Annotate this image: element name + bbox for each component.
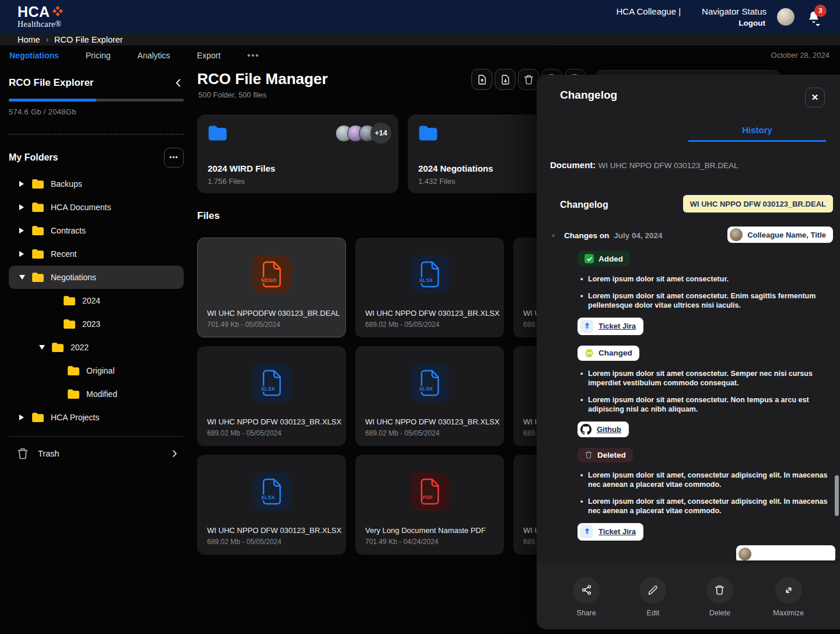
colleague-name: Colleague Name, Title: [747, 231, 826, 239]
sidebar-item-2023[interactable]: 2023: [9, 312, 184, 336]
export-file-button[interactable]: [471, 69, 492, 90]
maximize-button[interactable]: Maximize: [769, 576, 807, 618]
notifications-button[interactable]: 3: [807, 11, 820, 23]
tab-overflow-icon[interactable]: •••: [247, 51, 260, 60]
logout-link[interactable]: Logout: [738, 19, 765, 27]
sidebar-item-recent[interactable]: Recent: [9, 242, 184, 266]
caret-right-icon[interactable]: [19, 414, 25, 420]
folder-card-name: 2024 WIRD Files: [208, 163, 275, 173]
chevron-right-icon[interactable]: [170, 449, 179, 458]
changes-row: Changes on July 04, 2024: [552, 231, 663, 240]
next-colleague-chip-partial: [736, 545, 835, 560]
files-heading: Files: [197, 210, 220, 222]
caret-down-icon[interactable]: [19, 275, 25, 280]
caret-right-icon[interactable]: [19, 228, 25, 234]
sidebar-item-modified[interactable]: Modified: [9, 382, 184, 406]
added-badge: Added: [578, 251, 630, 266]
xlsx-file-icon: [261, 478, 283, 505]
added-bullet-list: Lorem ipsum dolor sit amet consectetur. …: [578, 274, 831, 311]
collapse-sidebar-icon[interactable]: [173, 78, 184, 88]
folder-card-name: 2024 Negotiations: [418, 163, 493, 173]
sidebar-item-2024[interactable]: 2024: [9, 289, 184, 312]
sidebar-item-trash[interactable]: Trash: [9, 440, 184, 467]
file-type-label: XLSX: [419, 277, 434, 283]
changes-date: July 04, 2024: [614, 231, 662, 240]
edit-label: Edit: [647, 609, 660, 617]
delete-file-button[interactable]: [518, 69, 539, 90]
file-type-tile: XLSX: [253, 364, 291, 402]
file-type-tile: NEGO: [253, 255, 291, 294]
bullet-item: Lorem ipsum dolor sit amet consectetur. …: [588, 291, 831, 311]
file-card[interactable]: XLSX WI UHC NPPO DFW 030123_BR.XLSX 689.…: [355, 238, 504, 337]
sidebar-item-original[interactable]: Original: [9, 359, 184, 382]
file-name: WI UHC NPPO DFW 030123_BR.XLSX: [207, 526, 341, 535]
file-name: Very Long Document Namaste PDF: [365, 526, 486, 535]
delete-button[interactable]: Delete: [703, 576, 737, 618]
close-panel-button[interactable]: ✕: [805, 88, 825, 107]
panel-scrollbar[interactable]: [835, 475, 839, 516]
file-card[interactable]: NEGO WI UHC NPPODFW 030123_BR.DEAL 701.4…: [197, 238, 346, 337]
breadcrumb-home[interactable]: Home: [18, 35, 40, 44]
colleague-chip: Colleague Name, Title: [727, 227, 833, 243]
import-file-button[interactable]: [495, 69, 516, 90]
sidebar-item-backups[interactable]: Backups: [9, 172, 184, 196]
share-button[interactable]: Share: [569, 576, 603, 618]
sidebar-item-contracts[interactable]: Contracts: [9, 219, 184, 242]
file-type-label: XLSX: [261, 494, 276, 500]
file-meta: 689.02 Mb - 05/05/2024: [365, 429, 439, 437]
file-name: WI UHC NPPODFW 030123_BR.DEAL: [207, 309, 340, 318]
changelog-panel: Changelog ✕ History Document: WI UHC NPP…: [537, 75, 840, 629]
pencil-icon: [648, 585, 658, 595]
folder-card-2024-wird-files[interactable]: +14 2024 WIRD Files 1.756 Files: [197, 114, 398, 193]
sidebar-item-hca-documents[interactable]: HCA Documents: [9, 196, 184, 219]
file-type-label: NEGO: [261, 277, 278, 283]
file-name-badge: WI UHC NPPO DFW 030123_BR.DEAL: [683, 195, 833, 213]
panel-action-bar: Share Edit Delete Maximize: [537, 564, 840, 629]
tab-analytics[interactable]: Analytics: [138, 51, 170, 60]
file-card[interactable]: PDF Very Long Document Namaste PDF 701.4…: [355, 455, 504, 555]
file-meta: 689.02 Mb - 05/05/2024: [207, 538, 281, 546]
changelog-body: Added Lorem ipsum dolor sit amet consect…: [578, 251, 831, 541]
ticket-jira-link[interactable]: Ticket Jira: [578, 318, 643, 335]
hca-logo: HCA Healthcare®: [18, 5, 64, 29]
tennis-ball-icon: [584, 349, 594, 358]
edit-button[interactable]: Edit: [636, 576, 670, 618]
file-card[interactable]: XLSX WI UHC NPPO DFW 030123_BR.XLSX 689.…: [197, 455, 346, 555]
logo-text: HCA: [18, 5, 50, 19]
caret-right-icon[interactable]: [19, 251, 25, 257]
caret-down-icon[interactable]: [39, 345, 45, 350]
file-type-label: PDF: [422, 494, 434, 500]
caret-right-icon[interactable]: [19, 204, 25, 210]
file-card[interactable]: XLSX WI UHC NPPO DFW 030123_BR.XLSX 689.…: [197, 346, 346, 446]
sidebar-item-negotiations[interactable]: Negotiations: [9, 266, 184, 289]
sidebar-item-hca-projects[interactable]: HCA Projects: [9, 406, 184, 429]
trash-icon: [16, 447, 29, 460]
hca-cross-icon: [52, 5, 64, 17]
file-type-tile: XLSX: [411, 255, 449, 294]
tab-history[interactable]: History: [688, 125, 826, 135]
breadcrumb-separator-icon: ›: [46, 35, 48, 44]
tab-export[interactable]: Export: [197, 51, 220, 60]
deleted-badge: Deleted: [578, 448, 633, 462]
dotted-divider: [9, 134, 184, 135]
file-card[interactable]: XLSX WI UHC NPPO DFW 030123_BR.XLSX 689.…: [355, 346, 504, 446]
file-type-label: XLSX: [261, 386, 276, 392]
tab-pricing[interactable]: Pricing: [86, 51, 111, 60]
caret-right-icon[interactable]: [19, 181, 25, 187]
top-bar: HCA Healthcare® HCA Colleague | Navigato…: [0, 0, 840, 33]
storage-label: 574.6 Gb / 2048Gb: [9, 107, 184, 116]
tab-negotiations[interactable]: Negotiations: [9, 51, 59, 60]
current-date: October 28, 2024: [771, 51, 830, 60]
user-avatar[interactable]: [777, 8, 794, 26]
colleague-avatar: [738, 548, 751, 560]
folder-label: 2024: [82, 296, 100, 305]
folder-icon: [32, 179, 44, 189]
folders-more-button[interactable]: •••: [164, 148, 184, 168]
pdf-file-icon: [419, 478, 441, 505]
sidebar-item-2022[interactable]: 2022: [9, 336, 184, 359]
github-link[interactable]: Github: [578, 421, 629, 437]
changelog-section-heading: Changelog: [560, 200, 608, 210]
file-meta: 701.49 Kb - 05/05/2024: [207, 321, 280, 329]
ticket-jira-link[interactable]: Ticket Jira: [578, 523, 643, 541]
breadcrumb: Home › RCO File Explorer: [0, 33, 840, 46]
